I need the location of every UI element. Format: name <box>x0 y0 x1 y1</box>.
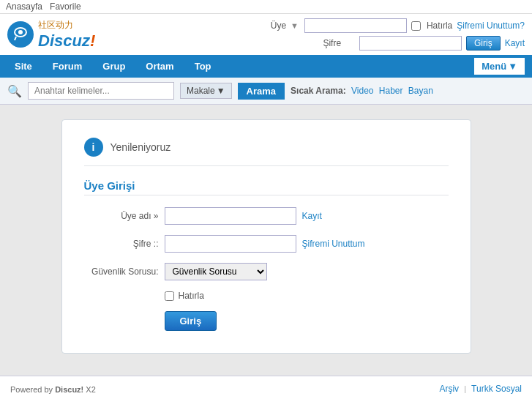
nav-grup[interactable]: Grup <box>92 55 135 78</box>
sifre-unuttum-link[interactable]: Şifremi Unuttum <box>302 239 365 249</box>
logo-discuz: Discuz! <box>38 31 95 51</box>
menu-chevron-icon: ▼ <box>508 61 517 72</box>
hatirla-checkbox-form[interactable] <box>165 291 174 301</box>
main: i Yenileniyoruz Üye Girişi Üye adı » Kay… <box>0 105 532 368</box>
logo-icon <box>7 21 34 48</box>
nav-top[interactable]: Top <box>184 55 222 78</box>
uve-input[interactable] <box>304 18 407 33</box>
footer: Powered by Discuz! X2 © 2001-2011 Comsen… <box>0 376 532 399</box>
sifre-input-header[interactable] <box>359 36 462 51</box>
makale-button[interactable]: Makale ▼ <box>180 83 232 99</box>
favorile-link[interactable]: Favorile <box>50 1 81 12</box>
sifre-unuttum-header[interactable]: Şifremi Unuttum? <box>457 20 525 31</box>
guvenlik-select[interactable]: Güvenlik Sorusu <box>165 263 267 280</box>
hatirla-checkbox[interactable] <box>411 21 421 31</box>
menu-button[interactable]: Menü ▼ <box>474 58 525 75</box>
nav-forum[interactable]: Forum <box>42 55 92 78</box>
submit-row: Giriş <box>165 311 449 331</box>
footer-links: Arşiv | Turkk Sosyal <box>218 382 522 396</box>
search-bar: 🔍 Makale ▼ Arama Sıcak Arama: Video Habe… <box>0 78 532 105</box>
discuz-name: Discuz <box>38 31 90 50</box>
header-right: Üye ▼ Hatırla Şifremi Unuttum? Şifre ▼ G… <box>271 18 525 51</box>
hot-video[interactable]: Video <box>351 86 373 96</box>
makale-label: Makale <box>187 86 215 96</box>
header-sifre-row: Şifre ▼ Giriş Kayıt <box>323 36 525 51</box>
svg-point-1 <box>18 30 23 34</box>
password-row: Şifre :: Şifremi Unuttum <box>84 235 449 253</box>
kayit-link[interactable]: Kayıt <box>302 211 322 221</box>
info-icon: i <box>84 138 103 157</box>
footer-version: X2 <box>83 385 96 394</box>
footer-time: Tüm zamanlar GMT+1, 2-6-2011 05:29 , Pro… <box>218 396 522 399</box>
svg-line-2 <box>15 37 16 40</box>
footer-discuz: Discuz! <box>55 385 83 394</box>
info-text: Yenileniyoruz <box>110 141 171 153</box>
hatirla-label-form: Hatırla <box>179 291 204 301</box>
guvenlik-label: Güvenlik Sorusu: <box>84 266 165 277</box>
nav-ortam[interactable]: Ortam <box>135 55 184 78</box>
hot-search: Sıcak Arama: Video Haber Bayan <box>291 86 433 96</box>
nav-bar: Site Forum Grup Ortam Top Menü ▼ <box>0 55 532 78</box>
footer-separator: | <box>464 384 466 393</box>
sifre-input[interactable] <box>165 235 296 253</box>
logo-exclaim: ! <box>90 31 95 50</box>
anasayfa-link[interactable]: Anasayfa <box>6 1 42 12</box>
username-input[interactable] <box>165 207 296 225</box>
turk-sosyal-link[interactable]: Turkk Sosyal <box>471 384 522 394</box>
footer-copyright: © 2001-2011 Comsenz Inc. <box>10 396 108 399</box>
arsiv-link[interactable]: Arşiv <box>439 384 459 394</box>
footer-powered-text: Powered by <box>10 385 55 394</box>
username-label: Üye adı » <box>84 211 165 221</box>
makale-chevron-icon: ▼ <box>217 86 225 96</box>
hot-bayan[interactable]: Bayan <box>408 86 433 96</box>
username-row: Üye adı » Kayıt <box>84 207 449 225</box>
sifre-label: Şifre :: <box>84 239 165 249</box>
top-bar: Anasayfa Favorile <box>0 0 532 14</box>
content-box: i Yenileniyoruz Üye Girişi Üye adı » Kay… <box>61 119 471 354</box>
uve-label: Üye <box>271 20 286 31</box>
arama-button[interactable]: Arama <box>238 83 285 100</box>
hatirla-row: Hatırla <box>165 291 449 301</box>
kayit-link-header[interactable]: Kayıt <box>505 38 525 48</box>
logo-chinese: 社区动力 <box>38 19 95 31</box>
logo-text: 社区动力 Discuz! <box>38 19 95 51</box>
search-icon: 🔍 <box>7 84 22 98</box>
sifre-label-header: Şifre <box>323 38 341 48</box>
header: 社区动力 Discuz! Üye ▼ Hatırla Şifremi Unutt… <box>0 14 532 55</box>
hot-haber[interactable]: Haber <box>379 86 403 96</box>
hatirla-label: Hatırla <box>427 20 452 31</box>
header-uve-row: Üye ▼ Hatırla Şifremi Unuttum? <box>271 18 525 33</box>
giris-submit-btn[interactable]: Giriş <box>165 311 217 331</box>
login-title: Üye Girişi <box>84 179 449 195</box>
menu-label: Menü <box>482 61 506 72</box>
nav-site[interactable]: Site <box>4 55 42 78</box>
guvenlik-row: Güvenlik Sorusu: Güvenlik Sorusu <box>84 263 449 280</box>
search-input[interactable] <box>28 82 174 100</box>
giris-btn-header[interactable]: Giriş <box>466 36 501 51</box>
info-banner: i Yenileniyoruz <box>84 138 449 166</box>
footer-powered: Powered by Discuz! X2 <box>10 384 108 397</box>
footer-left: Powered by Discuz! X2 © 2001-2011 Comsen… <box>10 384 108 399</box>
logo-area: 社区动力 Discuz! <box>7 19 95 51</box>
hot-label: Sıcak Arama: <box>291 86 346 96</box>
footer-right: Arşiv | Turkk Sosyal Tüm zamanlar GMT+1,… <box>218 382 522 399</box>
